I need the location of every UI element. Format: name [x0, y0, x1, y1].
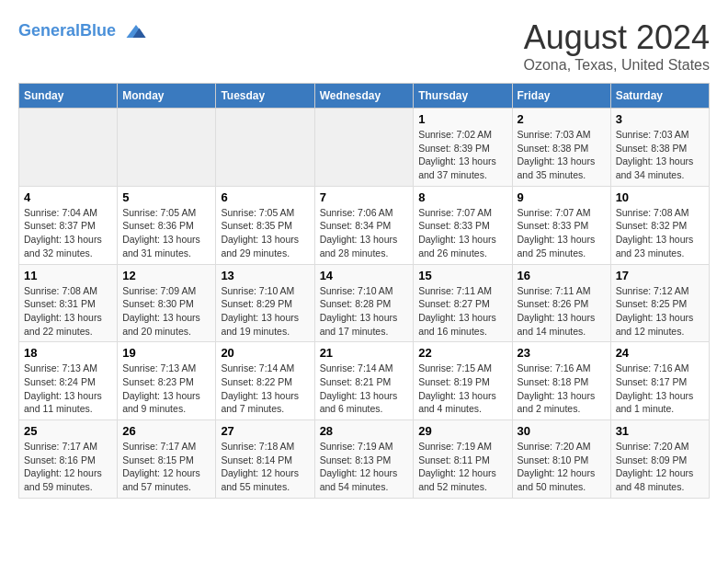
- week-row-4: 18Sunrise: 7:13 AM Sunset: 8:24 PM Dayli…: [19, 342, 710, 420]
- calendar-cell: 2Sunrise: 7:03 AM Sunset: 8:38 PM Daylig…: [512, 109, 610, 187]
- calendar-cell: 26Sunrise: 7:17 AM Sunset: 8:15 PM Dayli…: [118, 420, 216, 499]
- calendar-cell: 1Sunrise: 7:02 AM Sunset: 8:39 PM Daylig…: [414, 109, 512, 187]
- day-info: Sunrise: 7:17 AM Sunset: 8:15 PM Dayligh…: [122, 440, 210, 494]
- weekday-header-tuesday: Tuesday: [216, 84, 314, 109]
- calendar-cell: 16Sunrise: 7:11 AM Sunset: 8:26 PM Dayli…: [512, 264, 610, 342]
- calendar-cell: 10Sunrise: 7:08 AM Sunset: 8:32 PM Dayli…: [610, 186, 709, 264]
- page-header: GeneralBlue August 2024 Ozona, Texas, Un…: [18, 18, 710, 74]
- weekday-header-thursday: Thursday: [414, 84, 512, 109]
- calendar-cell: [314, 109, 414, 187]
- day-info: Sunrise: 7:07 AM Sunset: 8:33 PM Dayligh…: [418, 206, 506, 260]
- day-info: Sunrise: 7:17 AM Sunset: 8:16 PM Dayligh…: [24, 440, 112, 494]
- calendar-cell: 4Sunrise: 7:04 AM Sunset: 8:37 PM Daylig…: [19, 186, 118, 264]
- logo: GeneralBlue: [18, 18, 149, 44]
- calendar-cell: 24Sunrise: 7:16 AM Sunset: 8:17 PM Dayli…: [610, 342, 709, 420]
- calendar-cell: [118, 109, 216, 187]
- day-number: 13: [221, 269, 309, 282]
- calendar-cell: 11Sunrise: 7:08 AM Sunset: 8:31 PM Dayli…: [19, 264, 118, 342]
- day-info: Sunrise: 7:18 AM Sunset: 8:14 PM Dayligh…: [221, 440, 309, 494]
- day-number: 6: [221, 190, 309, 204]
- day-info: Sunrise: 7:05 AM Sunset: 8:36 PM Dayligh…: [122, 206, 210, 260]
- day-info: Sunrise: 7:11 AM Sunset: 8:27 PM Dayligh…: [418, 284, 506, 339]
- calendar-cell: 3Sunrise: 7:03 AM Sunset: 8:38 PM Daylig…: [610, 109, 709, 187]
- logo-line1: General: [18, 21, 80, 40]
- calendar-cell: 27Sunrise: 7:18 AM Sunset: 8:14 PM Dayli…: [216, 420, 314, 499]
- day-info: Sunrise: 7:13 AM Sunset: 8:24 PM Dayligh…: [24, 362, 112, 416]
- calendar-cell: 17Sunrise: 7:12 AM Sunset: 8:25 PM Dayli…: [610, 264, 709, 342]
- weekday-header-saturday: Saturday: [610, 84, 709, 109]
- day-info: Sunrise: 7:02 AM Sunset: 8:39 PM Dayligh…: [418, 128, 506, 182]
- weekday-header-wednesday: Wednesday: [314, 84, 414, 109]
- weekday-header-friday: Friday: [512, 84, 610, 109]
- day-info: Sunrise: 7:04 AM Sunset: 8:37 PM Dayligh…: [24, 206, 112, 260]
- calendar-cell: [216, 109, 314, 187]
- title-block: August 2024 Ozona, Texas, United States: [524, 18, 710, 74]
- day-number: 25: [24, 424, 112, 438]
- day-number: 4: [24, 190, 112, 204]
- calendar-cell: 29Sunrise: 7:19 AM Sunset: 8:11 PM Dayli…: [414, 420, 512, 499]
- calendar-cell: 30Sunrise: 7:20 AM Sunset: 8:10 PM Dayli…: [512, 420, 610, 499]
- main-title: August 2024: [524, 18, 710, 57]
- day-info: Sunrise: 7:20 AM Sunset: 8:09 PM Dayligh…: [616, 440, 704, 494]
- calendar-cell: 15Sunrise: 7:11 AM Sunset: 8:27 PM Dayli…: [414, 264, 512, 342]
- day-info: Sunrise: 7:08 AM Sunset: 8:31 PM Dayligh…: [24, 284, 112, 339]
- day-number: 30: [518, 424, 606, 438]
- day-number: 27: [221, 424, 309, 438]
- day-number: 11: [24, 269, 112, 282]
- day-info: Sunrise: 7:16 AM Sunset: 8:18 PM Dayligh…: [518, 362, 606, 416]
- day-number: 21: [320, 346, 409, 360]
- calendar-cell: 18Sunrise: 7:13 AM Sunset: 8:24 PM Dayli…: [19, 342, 118, 420]
- day-number: 22: [418, 346, 506, 360]
- calendar-cell: 19Sunrise: 7:13 AM Sunset: 8:23 PM Dayli…: [118, 342, 216, 420]
- day-info: Sunrise: 7:06 AM Sunset: 8:34 PM Dayligh…: [320, 206, 409, 260]
- calendar-cell: 6Sunrise: 7:05 AM Sunset: 8:35 PM Daylig…: [216, 186, 314, 264]
- day-number: 1: [418, 112, 506, 126]
- calendar-cell: 12Sunrise: 7:09 AM Sunset: 8:30 PM Dayli…: [118, 264, 216, 342]
- day-number: 5: [122, 190, 210, 204]
- logo-text: GeneralBlue: [18, 18, 149, 44]
- day-info: Sunrise: 7:08 AM Sunset: 8:32 PM Dayligh…: [616, 206, 704, 260]
- week-row-3: 11Sunrise: 7:08 AM Sunset: 8:31 PM Dayli…: [19, 264, 710, 342]
- day-info: Sunrise: 7:20 AM Sunset: 8:10 PM Dayligh…: [518, 440, 606, 494]
- day-number: 19: [122, 346, 210, 360]
- calendar-cell: 8Sunrise: 7:07 AM Sunset: 8:33 PM Daylig…: [414, 186, 512, 264]
- calendar-cell: 22Sunrise: 7:15 AM Sunset: 8:19 PM Dayli…: [414, 342, 512, 420]
- day-number: 29: [418, 424, 506, 438]
- day-number: 9: [518, 190, 606, 204]
- day-info: Sunrise: 7:05 AM Sunset: 8:35 PM Dayligh…: [221, 206, 309, 260]
- day-info: Sunrise: 7:12 AM Sunset: 8:25 PM Dayligh…: [616, 284, 704, 339]
- day-info: Sunrise: 7:03 AM Sunset: 8:38 PM Dayligh…: [616, 128, 704, 182]
- day-number: 3: [616, 112, 704, 126]
- week-row-1: 1Sunrise: 7:02 AM Sunset: 8:39 PM Daylig…: [19, 109, 710, 187]
- day-info: Sunrise: 7:10 AM Sunset: 8:29 PM Dayligh…: [221, 284, 309, 339]
- logo-line2: Blue: [80, 21, 116, 40]
- day-number: 20: [221, 346, 309, 360]
- day-info: Sunrise: 7:14 AM Sunset: 8:21 PM Dayligh…: [320, 362, 409, 416]
- day-number: 12: [122, 269, 210, 282]
- calendar-table: SundayMondayTuesdayWednesdayThursdayFrid…: [18, 83, 710, 499]
- logo-icon: [123, 18, 149, 44]
- day-info: Sunrise: 7:10 AM Sunset: 8:28 PM Dayligh…: [320, 284, 409, 339]
- day-info: Sunrise: 7:09 AM Sunset: 8:30 PM Dayligh…: [122, 284, 210, 339]
- calendar-cell: 28Sunrise: 7:19 AM Sunset: 8:13 PM Dayli…: [314, 420, 414, 499]
- calendar-cell: 7Sunrise: 7:06 AM Sunset: 8:34 PM Daylig…: [314, 186, 414, 264]
- calendar-body: 1Sunrise: 7:02 AM Sunset: 8:39 PM Daylig…: [19, 109, 710, 499]
- day-number: 31: [616, 424, 704, 438]
- calendar-cell: 31Sunrise: 7:20 AM Sunset: 8:09 PM Dayli…: [610, 420, 709, 499]
- day-number: 10: [616, 190, 704, 204]
- day-number: 7: [320, 190, 409, 204]
- calendar-cell: 14Sunrise: 7:10 AM Sunset: 8:28 PM Dayli…: [314, 264, 414, 342]
- day-info: Sunrise: 7:19 AM Sunset: 8:13 PM Dayligh…: [320, 440, 409, 494]
- day-number: 18: [24, 346, 112, 360]
- calendar-cell: 9Sunrise: 7:07 AM Sunset: 8:33 PM Daylig…: [512, 186, 610, 264]
- weekday-header-monday: Monday: [118, 84, 216, 109]
- weekday-header-sunday: Sunday: [19, 84, 118, 109]
- weekday-header-row: SundayMondayTuesdayWednesdayThursdayFrid…: [19, 84, 710, 109]
- day-info: Sunrise: 7:13 AM Sunset: 8:23 PM Dayligh…: [122, 362, 210, 416]
- day-info: Sunrise: 7:11 AM Sunset: 8:26 PM Dayligh…: [518, 284, 606, 339]
- week-row-2: 4Sunrise: 7:04 AM Sunset: 8:37 PM Daylig…: [19, 186, 710, 264]
- day-info: Sunrise: 7:19 AM Sunset: 8:11 PM Dayligh…: [418, 440, 506, 494]
- day-number: 17: [616, 269, 704, 282]
- day-number: 2: [518, 112, 606, 126]
- day-info: Sunrise: 7:07 AM Sunset: 8:33 PM Dayligh…: [518, 206, 606, 260]
